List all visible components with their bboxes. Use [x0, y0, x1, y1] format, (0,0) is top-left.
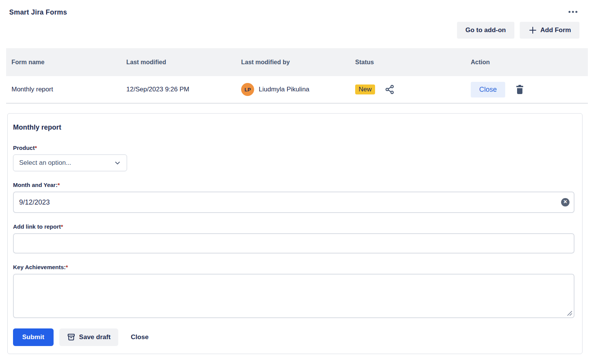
- chevron-down-icon: [114, 159, 121, 167]
- status-cell: New: [355, 84, 471, 95]
- add-form-button[interactable]: Add Form: [520, 22, 579, 39]
- status-badge: New: [355, 84, 375, 94]
- action-cell: Close: [471, 82, 588, 98]
- close-form-button[interactable]: Close: [471, 82, 505, 98]
- month-year-field-group: Month and Year:* ×: [13, 182, 574, 213]
- avatar: LP: [241, 83, 254, 96]
- product-select-placeholder: Select an option...: [19, 159, 71, 167]
- add-form-label: Add Form: [540, 26, 571, 34]
- column-header-last-modified-by: Last modified by: [241, 59, 355, 66]
- last-modified-cell: 12/Sep/2023 9:26 PM: [126, 86, 241, 93]
- month-year-label: Month and Year:*: [13, 182, 574, 188]
- form-panel: Monthly report Product* Select an option…: [7, 113, 583, 354]
- month-year-label-text: Month and Year:: [13, 182, 57, 188]
- page-title: Smart Jira Forms: [9, 8, 67, 16]
- submit-button[interactable]: Submit: [13, 328, 54, 346]
- month-year-input[interactable]: [13, 192, 574, 213]
- form-title: Monthly report: [13, 123, 574, 132]
- key-achievements-field-group: Key Achievements:*: [13, 264, 574, 318]
- trash-glyph: [515, 84, 524, 94]
- report-link-input[interactable]: [13, 233, 574, 253]
- forms-table: Form name Last modified Last modified by…: [6, 48, 588, 104]
- form-buttons-row: Submit Save draft Close: [13, 328, 574, 346]
- key-achievements-textarea[interactable]: [13, 274, 574, 318]
- report-link-field-group: Add link to report*: [13, 223, 574, 253]
- share-glyph: [384, 84, 395, 95]
- go-to-addon-label: Go to add-on: [465, 26, 506, 34]
- key-achievements-label: Key Achievements:*: [13, 264, 574, 270]
- go-to-addon-button[interactable]: Go to add-on: [457, 22, 514, 39]
- save-draft-button[interactable]: Save draft: [59, 328, 118, 346]
- required-marker: *: [66, 264, 68, 270]
- modified-by-cell: LP Liudmyla Pikulina: [241, 83, 355, 96]
- product-label-text: Product: [13, 145, 35, 151]
- top-bar: Smart Jira Forms: [6, 0, 588, 16]
- close-button[interactable]: Close: [131, 333, 148, 341]
- save-draft-label: Save draft: [79, 333, 111, 341]
- required-marker: *: [57, 182, 60, 188]
- report-link-label-text: Add link to report: [13, 223, 61, 230]
- required-marker: *: [61, 223, 63, 230]
- ellipsis-dots: [568, 10, 578, 14]
- key-achievements-label-text: Key Achievements:: [13, 264, 66, 270]
- month-year-input-wrap: ×: [13, 192, 574, 213]
- clear-date-icon[interactable]: ×: [561, 198, 570, 206]
- more-ellipsis-icon[interactable]: [567, 8, 579, 15]
- column-header-status: Status: [355, 59, 471, 66]
- share-icon[interactable]: [384, 84, 395, 95]
- column-header-last-modified: Last modified: [126, 59, 241, 66]
- plus-icon: [528, 26, 537, 35]
- column-header-action: Action: [471, 59, 588, 66]
- smart-jira-forms-page: Smart Jira Forms Go to add-on Add Form F…: [0, 0, 594, 354]
- product-field-group: Product* Select an option...: [13, 145, 574, 171]
- form-name-cell: Monthly report: [11, 86, 126, 93]
- product-label: Product*: [13, 145, 574, 151]
- delete-icon[interactable]: [515, 84, 524, 94]
- table-header-row: Form name Last modified Last modified by…: [6, 48, 588, 76]
- modified-by-name: Liudmyla Pikulina: [259, 86, 309, 93]
- archive-box-icon: [67, 333, 75, 341]
- table-row: Monthly report 12/Sep/2023 9:26 PM LP Li…: [6, 76, 588, 104]
- resize-handle-icon[interactable]: [566, 310, 573, 316]
- product-select[interactable]: Select an option...: [13, 154, 127, 171]
- toolbar: Go to add-on Add Form: [6, 22, 588, 39]
- key-achievements-textarea-wrap: [13, 274, 574, 318]
- report-link-label: Add link to report*: [13, 223, 574, 230]
- required-marker: *: [35, 145, 37, 151]
- column-header-form-name: Form name: [11, 59, 126, 66]
